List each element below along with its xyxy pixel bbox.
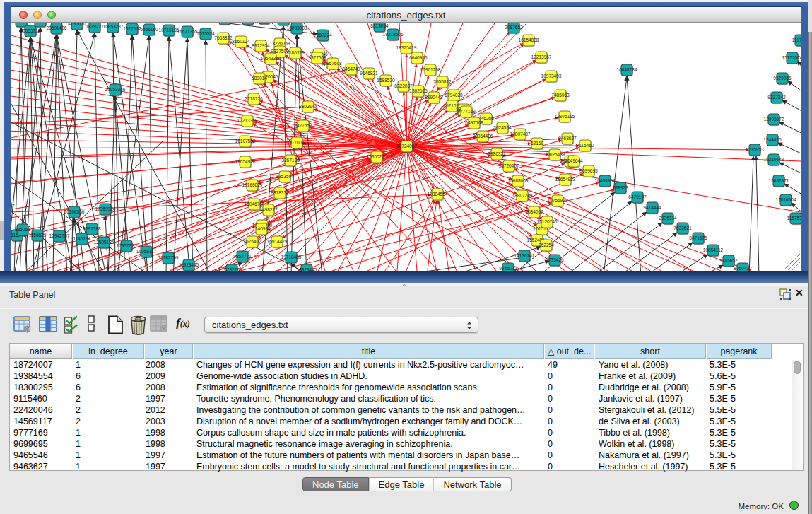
svg-text:10025438: 10025438 [545, 152, 565, 157]
svg-text:1167533: 1167533 [787, 216, 801, 221]
svg-text:9857771: 9857771 [233, 254, 252, 259]
svg-text:9097588: 9097588 [83, 226, 101, 231]
svg-text:2649644: 2649644 [565, 158, 583, 163]
svg-text:2087652: 2087652 [505, 25, 523, 30]
svg-text:3624554: 3624554 [493, 125, 512, 130]
svg-text:6794028: 6794028 [445, 93, 463, 98]
svg-text:10958117: 10958117 [136, 249, 157, 254]
svg-text:7663822: 7663822 [214, 35, 233, 40]
svg-text:20206536: 20206536 [64, 209, 85, 214]
svg-text:17957225: 17957225 [117, 243, 137, 248]
svg-text:15720407: 15720407 [499, 163, 519, 168]
svg-text:4498222: 4498222 [259, 207, 278, 212]
svg-text:14055716: 14055716 [11, 23, 32, 23]
svg-text:16120746: 16120746 [537, 219, 558, 224]
svg-text:9227342: 9227342 [767, 95, 786, 100]
svg-text:989014: 989014 [252, 76, 267, 81]
svg-text:10973493: 10973493 [541, 74, 562, 78]
svg-text:16671355: 16671355 [177, 29, 198, 34]
svg-text:1839221: 1839221 [86, 24, 104, 29]
svg-text:10807487: 10807487 [510, 132, 531, 136]
svg-text:10719185: 10719185 [159, 28, 180, 33]
svg-text:10756928: 10756928 [548, 198, 568, 203]
svg-text:9146821: 9146821 [360, 71, 378, 76]
svg-text:2140994: 2140994 [252, 226, 271, 231]
svg-text:1156829: 1156829 [29, 233, 47, 238]
svg-text:8454749: 8454749 [342, 66, 360, 71]
svg-text:12975115: 12975115 [555, 114, 575, 119]
svg-text:7625402: 7625402 [243, 239, 261, 244]
svg-text:8322037: 8322037 [394, 83, 413, 88]
svg-text:11923445: 11923445 [179, 262, 199, 267]
svg-text:917004: 917004 [289, 140, 305, 145]
svg-text:14136141: 14136141 [514, 253, 535, 258]
svg-text:19654923: 19654923 [235, 159, 256, 164]
svg-text:8813054: 8813054 [370, 23, 389, 28]
svg-text:16154838: 16154838 [519, 37, 539, 42]
svg-text:7515524: 7515524 [196, 31, 215, 36]
svg-text:6497568: 6497568 [465, 120, 483, 125]
svg-text:12093872: 12093872 [764, 117, 784, 122]
svg-text:8660124: 8660124 [232, 39, 250, 44]
svg-text:16033809: 16033809 [287, 25, 307, 30]
svg-text:9084067: 9084067 [525, 209, 543, 214]
svg-text:13226058: 13226058 [270, 41, 290, 46]
svg-text:18807249: 18807249 [512, 193, 533, 198]
svg-text:20691406: 20691406 [47, 25, 67, 30]
svg-text:4735650: 4735650 [68, 23, 86, 26]
svg-text:1527602: 1527602 [123, 26, 141, 31]
svg-text:17359924: 17359924 [95, 206, 116, 211]
svg-text:252254: 252254 [539, 243, 554, 247]
svg-text:3267130: 3267130 [281, 158, 300, 163]
svg-text:1733426: 1733426 [546, 257, 564, 262]
svg-text:13923445: 13923445 [297, 267, 317, 271]
svg-text:9327508: 9327508 [308, 55, 326, 60]
svg-text:8912954: 8912954 [252, 43, 270, 48]
svg-text:9245012: 9245012 [499, 266, 517, 271]
svg-text:19384554: 19384554 [428, 192, 448, 197]
svg-text:12505135: 12505135 [94, 240, 114, 245]
svg-text:15046766: 15046766 [245, 201, 265, 206]
svg-text:62160: 62160 [531, 141, 543, 146]
svg-text:12213967: 12213967 [531, 54, 552, 59]
svg-text:8471676: 8471676 [689, 235, 707, 240]
svg-text:8186328: 8186328 [286, 50, 305, 55]
svg-text:2935114: 2935114 [659, 216, 677, 221]
svg-text:22455603: 22455603 [30, 23, 51, 23]
svg-text:7485063: 7485063 [551, 93, 570, 98]
svg-text:10543382: 10543382 [261, 56, 281, 61]
svg-text:8215953: 8215953 [746, 147, 764, 152]
svg-text:1145194: 1145194 [73, 236, 91, 241]
svg-text:2867608: 2867608 [324, 61, 342, 66]
svg-text:1244415: 1244415 [763, 137, 782, 142]
svg-text:10853287: 10853287 [103, 24, 124, 29]
svg-text:16914479: 16914479 [267, 239, 288, 244]
svg-text:16210643: 16210643 [764, 157, 784, 162]
svg-text:9699695: 9699695 [579, 168, 598, 173]
svg-text:15300215: 15300215 [367, 154, 387, 159]
svg-text:1362615: 1362615 [409, 88, 428, 93]
svg-text:17016504: 17016504 [776, 197, 796, 202]
svg-text:7857224: 7857224 [314, 33, 332, 37]
svg-text:16107552: 16107552 [235, 139, 256, 144]
svg-text:19166829: 19166829 [242, 182, 263, 187]
svg-text:9115460: 9115460 [577, 143, 594, 148]
svg-text:9463627: 9463627 [558, 136, 577, 141]
svg-text:20055712: 20055712 [20, 28, 41, 33]
svg-text:10961758: 10961758 [420, 67, 441, 72]
svg-text:15692971: 15692971 [769, 178, 789, 183]
svg-text:20053346: 20053346 [105, 87, 126, 92]
svg-text:6466160: 6466160 [140, 27, 158, 32]
svg-text:19218506: 19218506 [383, 32, 404, 37]
svg-text:18724007: 18724007 [396, 144, 417, 148]
svg-text:9777169: 9777169 [457, 109, 476, 114]
svg-text:10654112: 10654112 [703, 247, 724, 252]
svg-text:9329966: 9329966 [773, 76, 792, 81]
svg-text:16648784: 16648784 [617, 67, 637, 72]
svg-text:7986322: 7986322 [488, 151, 506, 156]
svg-text:15751074: 15751074 [782, 55, 801, 60]
svg-text:1117342: 1117342 [792, 37, 801, 42]
svg-text:18325419: 18325419 [396, 45, 417, 50]
svg-text:8760432: 8760432 [734, 266, 752, 271]
svg-text:835061: 835061 [15, 227, 30, 232]
